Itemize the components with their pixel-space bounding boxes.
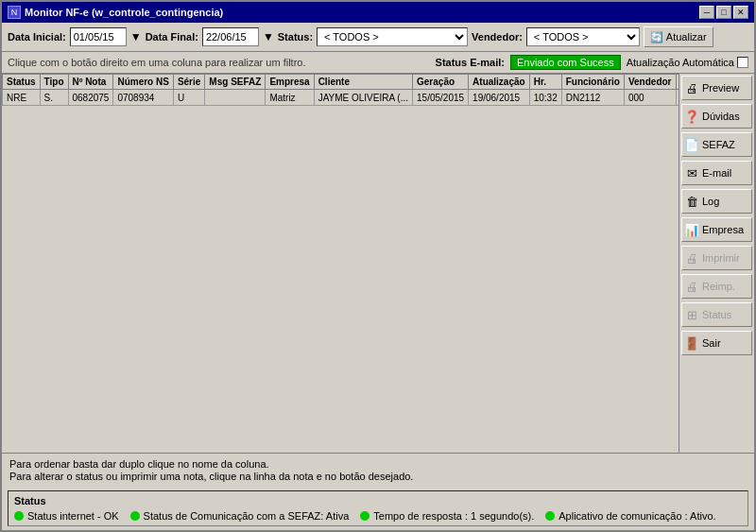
title-bar: N Monitor NF-e (w_controle_contingencia)… (2, 2, 754, 23)
empresa-button[interactable]: 📊 Empresa (681, 217, 752, 242)
email-button[interactable]: ✉ E-mail (681, 161, 752, 185)
sair-icon: 🚪 (684, 336, 699, 351)
filter-hint: Clique com o botão direito em uma coluna… (8, 57, 305, 68)
col-msg-sefaz[interactable]: Msg SEFAZ (205, 75, 266, 90)
col-hr[interactable]: Hr. (529, 75, 561, 90)
data-final-dropdown-icon[interactable]: ▼ (263, 30, 274, 43)
atualizar-label: Atualizar (666, 31, 707, 43)
hint-line2: Para alterar o status ou imprimir uma no… (9, 471, 747, 482)
status-label: Status: (278, 31, 313, 43)
window-title: Monitor NF-e (w_controle_contingencia) (25, 7, 223, 18)
title-buttons: ─ □ ✕ (699, 6, 748, 19)
sefaz-icon: 📄 (684, 138, 699, 152)
reimprimir-button[interactable]: 🖨 Reimp. (681, 274, 752, 299)
status-sidebar-icon: ⊞ (684, 308, 699, 322)
app-icon: N (8, 6, 21, 19)
cell-atualizacao: 19/06/2015 (469, 90, 530, 106)
status-bar: Status Status internet - OK Status de Co… (8, 490, 748, 526)
imprimir-label: Imprimir (702, 252, 740, 264)
close-button[interactable]: ✕ (733, 6, 748, 19)
col-vendedor[interactable]: Vendedor (624, 75, 676, 90)
preview-icon: 🖨 (684, 81, 699, 95)
table-row[interactable]: NRE S. 0682075 0708934 U Matriz JAYME OL… (3, 90, 679, 106)
status-sidebar-label: Status (702, 309, 731, 320)
email-icon: ✉ (684, 166, 699, 180)
empresa-icon: 📊 (684, 223, 699, 237)
main-window: N Monitor NF-e (w_controle_contingencia)… (0, 0, 756, 532)
vendedor-label: Vendedor: (472, 31, 523, 43)
status-label-sefaz: Status de Comunicação com a SEFAZ: Ativa (144, 510, 350, 522)
status-dot-sefaz (130, 511, 140, 521)
hint-line1: Para ordenar basta dar duplo clique no n… (9, 458, 747, 470)
log-label: Log (702, 196, 719, 207)
vendedor-select[interactable]: < TODOS > (526, 27, 640, 46)
sair-label: Sair (702, 337, 721, 349)
cell-numero-ns: 0708934 (113, 90, 173, 106)
log-icon: 🗑 (684, 195, 699, 209)
cell-empresa: Matriz (266, 90, 314, 106)
imprimir-button[interactable]: 🖨 Imprimir (681, 246, 752, 270)
duvidas-button[interactable]: ❓ Dúvidas (681, 104, 752, 129)
atualizar-button[interactable]: 🔄 Atualizar (644, 26, 713, 47)
email-status-label: Status E-mail: (436, 57, 505, 68)
status-item-app: Aplicativo de comunicação : Ativo. (545, 510, 715, 522)
cell-tipo: S. (40, 90, 68, 106)
status-label-internet: Status internet - OK (27, 510, 119, 522)
col-empresa[interactable]: Empresa (266, 75, 314, 90)
log-button[interactable]: 🗑 Log (681, 189, 752, 214)
col-funcionario[interactable]: Funcionário (561, 75, 624, 90)
cell-cliente: JAYME OLIVEIRA (... (314, 90, 412, 106)
status-item-sefaz: Status de Comunicação com a SEFAZ: Ativa (130, 510, 350, 522)
status-item-response: Tempo de resposta : 1 segundo(s). (360, 510, 534, 522)
reimprimir-icon: 🖨 (684, 280, 699, 294)
reimprimir-label: Reimp. (702, 281, 735, 292)
status-label-app: Aplicativo de comunicação : Ativo. (558, 510, 715, 522)
data-final-label: Data Final: (146, 31, 198, 43)
sefaz-button[interactable]: 📄 SEFAZ (681, 132, 752, 157)
col-tipo[interactable]: Tipo (40, 75, 68, 90)
cell-serie: U (173, 90, 204, 106)
maximize-button[interactable]: □ (716, 6, 731, 19)
col-geracao[interactable]: Geração (413, 75, 469, 90)
col-cliente[interactable]: Cliente (314, 75, 412, 90)
cell-hr: 10:32 (529, 90, 561, 106)
status-select[interactable]: < TODOS > (317, 27, 468, 46)
cell-vendedor: 000 (624, 90, 676, 106)
sair-button[interactable]: 🚪 Sair (681, 331, 752, 355)
data-inicial-dropdown-icon[interactable]: ▼ (130, 30, 142, 43)
cell-msg-sefaz (205, 90, 266, 106)
empresa-label: Empresa (702, 224, 744, 235)
table-header-row: Status Tipo Nº Nota Número NS Série Msg … (3, 75, 679, 90)
cell-status: NRE (3, 90, 41, 106)
status-button[interactable]: ⊞ Status (681, 302, 752, 327)
status-item-internet: Status internet - OK (14, 510, 119, 522)
auto-update-checkbox[interactable] (737, 57, 748, 68)
status-dot-internet (14, 511, 24, 521)
cell-funcionario: DN2112 (561, 90, 624, 106)
col-status[interactable]: Status (3, 75, 41, 90)
status-dot-app (545, 511, 555, 521)
data-inicial-input[interactable] (70, 27, 127, 46)
data-final-input[interactable] (202, 27, 259, 46)
col-serie[interactable]: Série (173, 75, 204, 90)
imprimir-icon: 🖨 (684, 251, 699, 266)
data-table: Status Tipo Nº Nota Número NS Série Msg … (2, 74, 679, 106)
toolbar-row1: Data Inicial: ▼ Data Final: ▼ Status: < … (2, 23, 754, 52)
status-label-response: Tempo de resposta : 1 segundo(s). (373, 510, 534, 522)
preview-button[interactable]: 🖨 Preview (681, 76, 752, 100)
bottom-hint: Para ordenar basta dar duplo clique no n… (2, 453, 754, 487)
email-label: E-mail (702, 167, 731, 179)
email-status-badge: Enviado com Sucess (510, 55, 621, 70)
status-dot-response (360, 511, 369, 521)
col-atualizacao[interactable]: Atualização (469, 75, 530, 90)
col-nota[interactable]: Nº Nota (68, 75, 113, 90)
status-bar-title: Status (14, 495, 742, 506)
sefaz-label: SEFAZ (702, 139, 735, 150)
minimize-button[interactable]: ─ (699, 6, 714, 19)
auto-update-label: Atualização Automática (627, 57, 734, 68)
cell-geracao: 15/05/2015 (413, 90, 469, 106)
toolbar-row2: Clique com o botão direito em uma coluna… (2, 52, 754, 74)
content-area: Status Tipo Nº Nota Número NS Série Msg … (2, 74, 754, 453)
duvidas-icon: ❓ (684, 110, 699, 124)
col-numero-ns[interactable]: Número NS (113, 75, 173, 90)
